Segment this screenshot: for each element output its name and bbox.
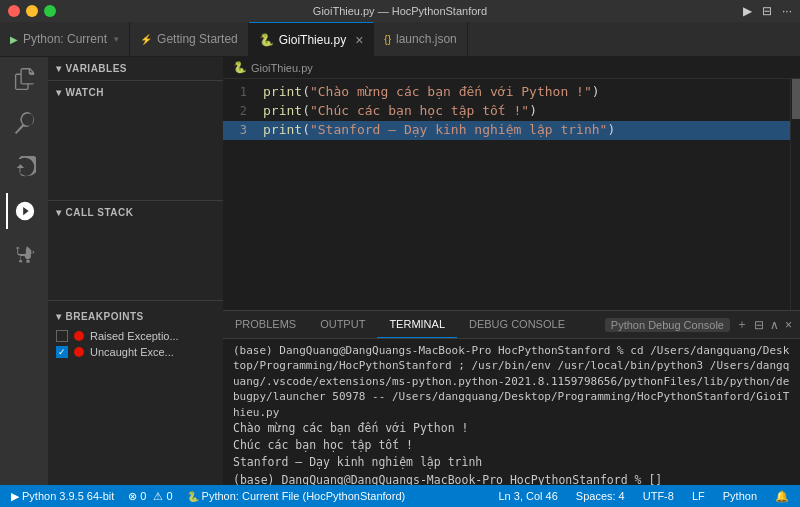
panel-tab-problems-label: PROBLEMS <box>235 318 296 330</box>
status-position-label: Ln 3, Col 46 <box>498 490 557 502</box>
panel-tab-actions: Python Debug Console ＋ ⊟ ∧ × <box>605 311 792 338</box>
status-python-version: Python 3.9.5 64-bit <box>22 490 114 502</box>
scrollbar-thumb[interactable] <box>792 79 800 119</box>
code-line-2: 2 print("Chúc các bạn học tập tốt !") <box>223 102 800 121</box>
breakpoints-label: BREAKPOINTS <box>66 311 144 322</box>
line-content-3: print("Stanford – Dạy kinh nghiệm lập tr… <box>263 122 615 137</box>
tab-gioithieu[interactable]: 🐍 GioiThieu.py × <box>249 22 375 56</box>
status-line-ending[interactable]: LF <box>689 490 708 502</box>
breakpoint-raised[interactable]: Raised Exceptio... <box>48 328 223 344</box>
status-line-ending-label: LF <box>692 490 705 502</box>
activity-source-control[interactable] <box>6 149 42 185</box>
code-line-1: 1 print("Chào mừng các bạn đến với Pytho… <box>223 83 800 102</box>
terminal-text-4: Stanford – Dạy kinh nghiệm lập trình <box>233 455 482 469</box>
panel-tab-debug-console-label: DEBUG CONSOLE <box>469 318 565 330</box>
minimize-button[interactable] <box>26 5 38 17</box>
run-tab-icon: ▶ <box>10 34 18 45</box>
terminal-line-1: (base) DangQuang@DangQuangs-MacBook-Pro … <box>233 343 790 420</box>
code-line-3: 3 print("Stanford – Dạy kinh nghiệm lập … <box>223 121 800 140</box>
panel-tab-debug-console[interactable]: DEBUG CONSOLE <box>457 311 577 338</box>
panel-tab-output[interactable]: OUTPUT <box>308 311 377 338</box>
status-run-file-icon: 🐍 <box>187 491 199 502</box>
line-num-3: 3 <box>223 123 263 137</box>
activity-extensions[interactable] <box>6 237 42 273</box>
line-num-2: 2 <box>223 104 263 118</box>
terminal-line-2: Chào mừng các bạn đến với Python ! <box>233 420 790 437</box>
callstack-section: ▾ CALL STACK <box>48 200 223 300</box>
callstack-chevron: ▾ <box>56 207 62 218</box>
editor-panel-wrapper: 🐍 GioiThieu.py 1 print("Chào mừng các bạ… <box>223 57 800 485</box>
split-terminal-icon[interactable]: ⊟ <box>754 318 764 332</box>
panel-tabs: PROBLEMS OUTPUT TERMINAL DEBUG CONSOLE P… <box>223 311 800 339</box>
breakpoint-raised-label: Raised Exceptio... <box>90 330 179 342</box>
watch-label: WATCH <box>66 87 104 98</box>
breakpoint-uncaught[interactable]: ✓ Uncaught Exce... <box>48 344 223 360</box>
panel-tab-problems[interactable]: PROBLEMS <box>223 311 308 338</box>
editor-scrollbar[interactable] <box>790 79 800 310</box>
breakpoint-raised-checkbox[interactable] <box>56 330 68 342</box>
add-terminal-icon[interactable]: ＋ <box>736 316 748 333</box>
tab-getting-started[interactable]: ⚡ Getting Started <box>130 22 249 56</box>
run-icon[interactable]: ▶ <box>743 4 752 18</box>
status-warning-icon: ⚠ <box>153 490 163 503</box>
status-right: Ln 3, Col 46 Spaces: 4 UTF-8 LF Python 🔔 <box>495 490 792 503</box>
variables-section: ▾ VARIABLES <box>48 57 223 80</box>
tab-python-run[interactable]: ▶ Python: Current ▾ <box>0 22 130 56</box>
status-current-file-label: Python: Current File (HocPythonStanford) <box>202 490 406 502</box>
activity-search[interactable] <box>6 105 42 141</box>
variables-header[interactable]: ▾ VARIABLES <box>48 57 223 80</box>
sidebar: ▾ VARIABLES ▾ WATCH ▾ CALL STACK ▾ BREAK… <box>48 57 223 485</box>
getting-started-icon: ⚡ <box>140 34 152 45</box>
tab-launch-label: launch.json <box>396 32 457 46</box>
status-encoding[interactable]: UTF-8 <box>640 490 677 502</box>
status-spaces[interactable]: Spaces: 4 <box>573 490 628 502</box>
status-run-icon: ▶ <box>11 490 19 503</box>
editor-content[interactable]: 1 print("Chào mừng các bạn đến với Pytho… <box>223 79 800 310</box>
panel-tab-terminal[interactable]: TERMINAL <box>377 311 457 338</box>
terminal-text-3: Chúc các bạn học tập tốt ! <box>233 438 413 452</box>
line-content-2: print("Chúc các bạn học tập tốt !") <box>263 103 537 118</box>
status-position[interactable]: Ln 3, Col 46 <box>495 490 560 502</box>
terminal-line-3: Chúc các bạn học tập tốt ! <box>233 437 790 454</box>
status-current-file[interactable]: 🐍 Python: Current File (HocPythonStanfor… <box>184 490 409 502</box>
panel-area: PROBLEMS OUTPUT TERMINAL DEBUG CONSOLE P… <box>223 310 800 485</box>
breakpoint-uncaught-label: Uncaught Exce... <box>90 346 174 358</box>
split-icon[interactable]: ⊟ <box>762 4 772 18</box>
status-error-icon: ⊗ <box>128 490 137 503</box>
terminal-line-5: (base) DangQuang@DangQuangs-MacBook-Pro … <box>233 472 790 485</box>
panel-tab-terminal-label: TERMINAL <box>389 318 445 330</box>
terminal-text-1: (base) DangQuang@DangQuangs-MacBook-Pro … <box>233 344 789 419</box>
status-bell[interactable]: 🔔 <box>772 490 792 503</box>
breakpoint-uncaught-checkbox[interactable]: ✓ <box>56 346 68 358</box>
breakpoints-header[interactable]: ▾ BREAKPOINTS <box>48 305 223 328</box>
activity-explorer[interactable] <box>6 61 42 97</box>
terminal-type-label: Python Debug Console <box>605 318 730 332</box>
status-run-debug[interactable]: ▶ Python 3.9.5 64-bit <box>8 490 117 503</box>
breadcrumb-file-icon: 🐍 <box>233 61 247 74</box>
maximize-panel-icon[interactable]: ∧ <box>770 318 779 332</box>
tab-chevron: ▾ <box>114 34 119 44</box>
callstack-header[interactable]: ▾ CALL STACK <box>48 201 223 224</box>
main-layout: ▾ VARIABLES ▾ WATCH ▾ CALL STACK ▾ BREAK… <box>0 57 800 485</box>
breadcrumb-filename: GioiThieu.py <box>251 62 313 74</box>
status-language[interactable]: Python <box>720 490 760 502</box>
watch-chevron: ▾ <box>56 87 62 98</box>
tab-close-icon[interactable]: × <box>355 33 363 47</box>
tab-bar: ▶ Python: Current ▾ ⚡ Getting Started 🐍 … <box>0 22 800 57</box>
activity-run-debug[interactable] <box>6 193 42 229</box>
title-bar-actions: ▶ ⊟ ··· <box>743 4 792 18</box>
status-errors[interactable]: ⊗ 0 ⚠ 0 <box>125 490 175 503</box>
tab-launch[interactable]: {} launch.json <box>374 22 467 56</box>
line-num-1: 1 <box>223 85 263 99</box>
close-button[interactable] <box>8 5 20 17</box>
tab-python-run-label: Python: Current <box>23 32 107 46</box>
watch-header[interactable]: ▾ WATCH <box>48 81 223 104</box>
close-panel-icon[interactable]: × <box>785 318 792 332</box>
maximize-button[interactable] <box>44 5 56 17</box>
breadcrumb: 🐍 GioiThieu.py <box>223 57 800 79</box>
breakpoints-section: ▾ BREAKPOINTS Raised Exceptio... ✓ Uncau… <box>48 300 223 364</box>
status-spaces-label: Spaces: 4 <box>576 490 625 502</box>
panel-content[interactable]: (base) DangQuang@DangQuangs-MacBook-Pro … <box>223 339 800 485</box>
panel-tab-output-label: OUTPUT <box>320 318 365 330</box>
more-icon[interactable]: ··· <box>782 4 792 18</box>
